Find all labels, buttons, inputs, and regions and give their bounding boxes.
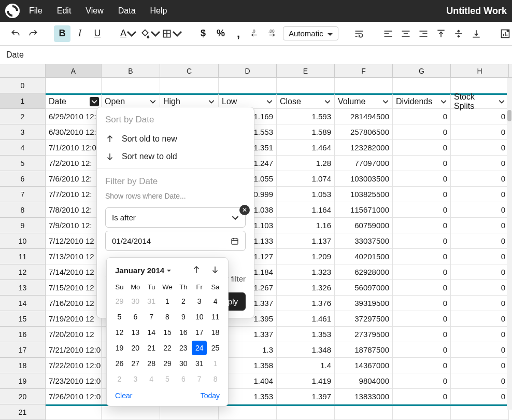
cell[interactable] <box>335 78 393 93</box>
cell-reference-bar[interactable]: Date <box>0 46 512 64</box>
row-header[interactable]: 13 <box>0 280 46 296</box>
calendar-day[interactable]: 28 <box>144 356 159 371</box>
app-logo-icon[interactable] <box>5 4 20 18</box>
cell[interactable] <box>277 78 335 93</box>
cell[interactable] <box>335 404 393 420</box>
cell[interactable]: 0 <box>451 373 509 389</box>
cell[interactable] <box>102 78 160 93</box>
calendar-day[interactable]: 30 <box>176 356 191 371</box>
percent-button[interactable]: % <box>212 25 229 42</box>
calendar-day[interactable]: 12 <box>112 325 127 340</box>
insert-chart-button[interactable] <box>497 25 512 42</box>
datepicker-today-button[interactable]: Today <box>201 391 220 400</box>
table-header-stock-splits[interactable]: Stock Splits <box>451 93 509 109</box>
cell[interactable]: 7/20/2010 12 <box>46 327 102 342</box>
cell[interactable]: 39319500 <box>335 296 393 311</box>
calendar-day[interactable]: 27 <box>128 356 143 371</box>
cell[interactable]: 14367000 <box>335 358 393 373</box>
menu-help[interactable]: Help <box>150 6 167 16</box>
sort-old-to-new[interactable]: Sort old to new <box>97 130 254 148</box>
calendar-day[interactable]: 1 <box>208 356 223 371</box>
comma-button[interactable]: , <box>230 25 247 42</box>
filter-toggle-icon[interactable] <box>497 97 506 106</box>
cell[interactable]: 56097000 <box>335 280 393 296</box>
cell[interactable]: 0 <box>393 358 451 373</box>
cell[interactable] <box>102 404 160 420</box>
cell[interactable]: 7/16/2010 12 <box>46 296 102 311</box>
row-header[interactable]: 11 <box>0 249 46 264</box>
remove-condition-button[interactable]: ✕ <box>239 205 250 215</box>
cell[interactable]: 0 <box>451 342 509 358</box>
cell[interactable]: 0 <box>393 218 451 233</box>
currency-button[interactable]: $ <box>195 25 211 42</box>
cell[interactable]: 0 <box>393 233 451 249</box>
filter-toggle-icon[interactable] <box>439 97 448 106</box>
number-format-select[interactable]: Automatic <box>283 26 338 40</box>
cell[interactable]: 13833000 <box>335 389 393 404</box>
increase-decimal-button[interactable]: .00 <box>265 25 282 42</box>
calendar-day[interactable]: 17 <box>192 325 207 340</box>
cell[interactable]: 0 <box>451 264 509 280</box>
row-header[interactable]: 7 <box>0 187 46 202</box>
cell[interactable]: 0 <box>393 124 451 140</box>
cell[interactable]: 1.461 <box>277 311 335 327</box>
cell[interactable] <box>46 78 102 93</box>
cell[interactable]: 62928000 <box>335 264 393 280</box>
redo-button[interactable] <box>25 25 41 42</box>
calendar-day[interactable]: 20 <box>128 341 143 355</box>
calendar-day[interactable]: 21 <box>144 341 159 355</box>
cell[interactable] <box>219 78 277 93</box>
cell[interactable]: 0 <box>393 264 451 280</box>
row-header[interactable]: 14 <box>0 296 46 311</box>
sort-new-to-old[interactable]: Sort new to old <box>97 148 254 165</box>
cell[interactable]: 1.323 <box>277 264 335 280</box>
calendar-day[interactable]: 5 <box>112 310 127 324</box>
calendar-day[interactable]: 15 <box>160 325 175 340</box>
cell[interactable]: 0 <box>393 280 451 296</box>
select-all-corner[interactable] <box>0 64 46 78</box>
cell[interactable]: 0 <box>393 311 451 327</box>
cell[interactable]: 77097000 <box>335 156 393 171</box>
cell[interactable]: 0 <box>451 202 509 218</box>
cell[interactable]: 33037500 <box>335 233 393 249</box>
cell[interactable]: 103003500 <box>335 171 393 187</box>
menu-edit[interactable]: Edit <box>57 6 72 16</box>
cell[interactable]: 1.376 <box>277 296 335 311</box>
cell[interactable]: 1.164 <box>277 202 335 218</box>
underline-button[interactable]: U <box>89 25 106 42</box>
cell[interactable]: 7/26/2010 12:00 <box>46 389 102 404</box>
cell[interactable]: 6/30/2010 12:00 <box>46 124 102 140</box>
row-header[interactable]: 4 <box>0 140 46 156</box>
cell[interactable]: 0 <box>393 249 451 264</box>
calendar-day[interactable]: 3 <box>128 372 143 386</box>
cell[interactable]: 7/14/2010 12 <box>46 264 102 280</box>
column-header-B[interactable]: B <box>102 64 160 77</box>
cell[interactable]: 1.4 <box>277 358 335 373</box>
cell[interactable]: 37297500 <box>335 311 393 327</box>
month-year-selector[interactable]: January 2014 <box>115 266 172 275</box>
undo-button[interactable] <box>7 25 24 42</box>
cell[interactable]: 1.419 <box>277 373 335 389</box>
calendar-day[interactable]: 31 <box>192 356 207 371</box>
cell[interactable] <box>46 404 102 420</box>
cell[interactable]: 0 <box>393 389 451 404</box>
cell[interactable]: 0 <box>451 358 509 373</box>
calendar-day[interactable]: 2 <box>176 294 191 309</box>
cell[interactable]: 7/22/2010 12:00 <box>46 358 102 373</box>
cell[interactable]: 7/8/2010 12: <box>46 202 102 218</box>
row-header[interactable]: 9 <box>0 218 46 233</box>
cell[interactable]: 7/15/2010 12 <box>46 280 102 296</box>
row-header[interactable]: 12 <box>0 264 46 280</box>
table-header-close[interactable]: Close <box>277 93 335 109</box>
table-header-date[interactable]: Date <box>46 93 102 109</box>
cell[interactable]: 7/13/2010 12 <box>46 249 102 264</box>
cell[interactable]: 0 <box>451 187 509 202</box>
calendar-day[interactable]: 31 <box>144 294 159 309</box>
vertical-scrollbar[interactable] <box>507 78 512 410</box>
cell[interactable]: 1.464 <box>277 140 335 156</box>
calendar-day[interactable]: 5 <box>160 372 175 386</box>
calendar-day[interactable]: 18 <box>208 325 223 340</box>
fill-color-button[interactable] <box>140 25 161 42</box>
wrap-text-button[interactable] <box>351 25 367 42</box>
calendar-day[interactable]: 14 <box>144 325 159 340</box>
